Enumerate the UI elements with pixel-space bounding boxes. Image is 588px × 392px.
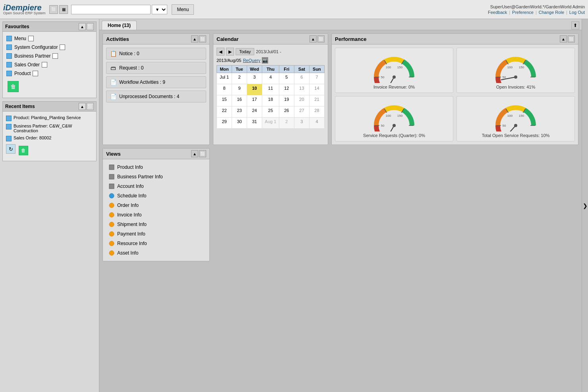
views-panel-header: Views ▲ ⬜ (103, 149, 209, 159)
favourites-expand-btn[interactable]: ⬜ (87, 23, 94, 30)
calendar-day[interactable]: 14 (309, 84, 324, 95)
recent-items-collapse-btn[interactable]: ▲ (79, 103, 86, 110)
view-label-1: Business Partner Info (117, 174, 163, 180)
calendar-day[interactable]: 17 (247, 95, 262, 106)
calendar-day[interactable]: 30 (232, 118, 247, 129)
calendar-day[interactable]: 25 (262, 106, 279, 118)
activities-collapse-btn[interactable]: ▲ (191, 35, 198, 42)
view-item-0[interactable]: Product Info (106, 162, 206, 172)
svg-text:100: 100 (386, 114, 391, 118)
calendar-day[interactable]: 4 (309, 118, 324, 129)
calendar-day[interactable]: 19 (279, 95, 294, 106)
calendar-day[interactable]: 29 (217, 118, 232, 129)
activity-unprocessed[interactable]: 📄 Unprocessed Documents : 4 (106, 91, 206, 102)
calendar-day[interactable]: 16 (232, 95, 247, 106)
calendar-day[interactable]: 2 (232, 73, 247, 84)
calendar-day[interactable]: 2 (279, 118, 294, 129)
calendar-requery-btn[interactable]: ReQuery (243, 58, 260, 63)
views-collapse-btn[interactable]: ▲ (191, 150, 198, 157)
recent-item-product[interactable]: Product: Planting_Planting Service (4, 114, 95, 122)
calendar-day[interactable]: 4 (262, 73, 279, 84)
calendar-day[interactable]: 3 (294, 118, 309, 129)
calendar-day[interactable]: 5 (279, 73, 294, 84)
view-icon-5 (108, 212, 115, 218)
calendar-day[interactable]: 22 (217, 106, 232, 118)
calendar-day[interactable]: 28 (309, 106, 324, 118)
calendar-day[interactable]: Aug 1 (262, 118, 279, 129)
calendar-day[interactable]: 18 (262, 95, 279, 106)
search-dropdown[interactable]: ▼ (152, 5, 167, 14)
calendar-day[interactable]: 10 (247, 84, 262, 95)
view-item-3[interactable]: Schedule Info (106, 191, 206, 201)
calendar-day[interactable]: 9 (232, 84, 247, 95)
sidebar-item-sys-config[interactable]: System Configurator (4, 43, 95, 52)
svg-point-52 (109, 241, 114, 246)
favourites-trash-btn[interactable]: 🗑 (8, 81, 19, 92)
right-collapse-handle[interactable]: ❯ (582, 19, 588, 392)
recent-item-biz-partner[interactable]: Business Partner: C&W_C&W Construction (4, 122, 95, 134)
sidebar-item-biz-partner[interactable]: Business Partner (4, 52, 95, 60)
recent-refresh-icon[interactable]: ↻ (6, 144, 15, 154)
activity-workflow[interactable]: 📄 Workflow Activities : 9 (106, 76, 206, 88)
menu-button[interactable]: Menu (172, 4, 194, 15)
calendar-day[interactable]: 12 (279, 84, 294, 95)
change-role-link[interactable]: Change Role (539, 10, 564, 15)
calendar-day[interactable]: 20 (294, 95, 309, 106)
preference-link[interactable]: Preference (512, 10, 534, 15)
search-input[interactable] (71, 5, 151, 14)
calendar-next-btn[interactable]: ▶ (226, 48, 234, 56)
calendar-day[interactable]: 26 (279, 106, 294, 118)
calendar-collapse-btn[interactable]: ▲ (309, 35, 317, 42)
view-item-5[interactable]: Invoice Info (106, 210, 206, 220)
view-item-4[interactable]: Order Info (106, 201, 206, 210)
recent-item-sales-order[interactable]: Sales Order: 80002 (4, 134, 95, 143)
calendar-day[interactable]: 23 (232, 106, 247, 118)
calendar-day[interactable]: 13 (294, 84, 309, 95)
calendar-day[interactable]: 8 (217, 84, 232, 95)
calendar-day[interactable]: 21 (309, 95, 324, 106)
performance-collapse-btn[interactable]: ▲ (560, 35, 567, 42)
calendar-day[interactable]: 24 (247, 106, 262, 118)
calendar-day[interactable]: 11 (262, 84, 279, 95)
calendar-day[interactable]: 7 (309, 73, 324, 84)
activity-notice[interactable]: 📋 Notice : 0 (106, 48, 206, 60)
gauge-canvas-3: 050100150 (494, 100, 538, 131)
view-item-1[interactable]: Business Partner Info (106, 172, 206, 182)
calendar-day[interactable]: 3 (247, 73, 262, 84)
calendar-prev-btn[interactable]: ◀ (217, 48, 224, 56)
calendar-table: Mon Tue Wed Thu Fri Sat Sun Jul (217, 65, 325, 129)
sidebar-item-sales-order[interactable]: Sales Order (4, 60, 95, 69)
activity-request[interactable]: 🗃 Request : 0 (106, 62, 206, 74)
recent-trash-btn[interactable]: 🗑 (19, 146, 28, 155)
logout-link[interactable]: Log Out (569, 10, 585, 15)
calendar-day[interactable]: 15 (217, 95, 232, 106)
view-item-6[interactable]: Shipment Info (106, 220, 206, 229)
calendar-day[interactable]: 31 (247, 118, 262, 129)
performance-expand-btn[interactable]: ⬜ (568, 35, 575, 42)
grid-icon[interactable]: ▦ (59, 5, 68, 14)
cal-header-thu: Thu (262, 66, 279, 73)
sidebar-item-product[interactable]: Product (4, 69, 95, 78)
tab-scroll-up[interactable]: ⬆ (571, 21, 579, 29)
view-item-9[interactable]: Asset Info (106, 248, 206, 258)
calendar-day[interactable]: 27 (294, 106, 309, 118)
gauge-card-3: 050100150Total Open Service Requests: 10… (456, 96, 575, 141)
calendar-cam-icon[interactable]: 📷 (262, 57, 268, 64)
activities-expand-btn[interactable]: ⬜ (199, 35, 206, 42)
view-item-2[interactable]: Account Info (106, 182, 206, 191)
calendar-day[interactable]: Jul 1 (217, 73, 232, 84)
sidebar-item-menu[interactable]: Menu (4, 34, 95, 43)
recent-items-expand-btn[interactable]: ⬜ (87, 103, 94, 110)
calendar-day[interactable]: 6 (294, 73, 309, 84)
view-item-8[interactable]: Resource Info (106, 239, 206, 248)
favourites-collapse-btn[interactable]: ▲ (79, 23, 86, 30)
performance-panel: Performance ▲ ⬜ 050100150Invoice Revenue… (331, 33, 578, 145)
svg-point-48 (109, 203, 114, 208)
calendar-expand-btn[interactable]: ⬜ (317, 35, 325, 42)
view-item-7[interactable]: Payment Info (106, 229, 206, 239)
feedback-link[interactable]: Feedback (488, 10, 507, 15)
tab-home[interactable]: Home (13) (102, 21, 137, 30)
calendar-today-btn[interactable]: Today (236, 48, 254, 55)
views-expand-btn[interactable]: ⬜ (199, 150, 206, 157)
new-window-icon[interactable]: ⬜ (49, 5, 58, 14)
